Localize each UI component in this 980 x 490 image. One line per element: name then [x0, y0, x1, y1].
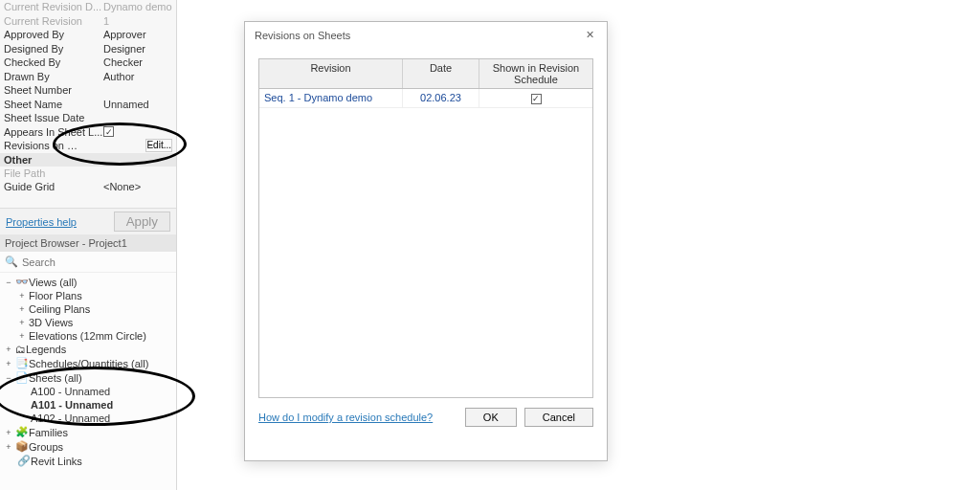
prop-key: Approved By	[4, 29, 103, 40]
other-section[interactable]: Other	[0, 153, 176, 167]
dialog-footer: How do I modify a revision schedule? OK …	[245, 398, 607, 436]
cancel-button[interactable]: Cancel	[524, 408, 593, 427]
prop-key: Drawn By	[4, 71, 103, 82]
legends-label: Legends	[26, 344, 66, 355]
property-row: Approved ByApprover	[0, 28, 176, 42]
prop-value[interactable]: Designer	[103, 43, 172, 55]
properties-help-link[interactable]: Properties help	[6, 216, 77, 228]
file-path-row: File Path	[0, 167, 176, 181]
file-path-label: File Path	[4, 167, 103, 179]
col-revision[interactable]: Revision	[259, 59, 403, 88]
elevations-node[interactable]: +Elevations (12mm Circle)	[0, 329, 176, 343]
browser-title: Project Browser - Project1	[0, 234, 176, 252]
revit-label: Revit Links	[31, 456, 82, 467]
prop-value[interactable]: Checker	[103, 56, 172, 68]
property-row: Sheet Number	[0, 83, 176, 98]
families-label: Families	[29, 427, 68, 438]
guide-grid-value[interactable]: <None>	[103, 181, 172, 192]
appears-in-sheet-row: Appears In Sheet L... ✓	[0, 125, 176, 140]
prop-value[interactable]: Dynamo demo	[103, 1, 172, 12]
project-browser: Project Browser - Project1 🔍 −👓 Views (a…	[0, 234, 177, 490]
a102-label: A102 - Unnamed	[31, 412, 110, 424]
floor-plans-node[interactable]: +Floor Plans	[0, 289, 176, 302]
dialog-titlebar: Revisions on Sheets ✕	[245, 22, 607, 49]
legends-node[interactable]: +🗂 Legends	[0, 343, 176, 356]
ceiling-plans-node[interactable]: +Ceiling Plans	[0, 302, 176, 316]
help-link[interactable]: How do I modify a revision schedule?	[258, 412, 433, 423]
prop-value[interactable]: 1	[103, 15, 172, 27]
prop-key: Checked By	[4, 56, 103, 68]
revisions-grid: Revision Date Shown in Revision Schedule…	[258, 58, 593, 398]
3d-views-node[interactable]: +3D Views	[0, 316, 176, 329]
appears-label: Appears In Sheet L...	[4, 126, 103, 138]
rev-on-sheets-label: Revisions on Shee...	[4, 140, 78, 151]
prop-key: Sheet Issue Date	[4, 112, 103, 123]
dialog-buttons: OK Cancel	[465, 408, 593, 427]
property-row: Drawn ByAuthor	[0, 70, 176, 84]
guide-grid-row: Guide Grid <None>	[0, 180, 176, 194]
revit-links-node[interactable]: 🔗 Revit Links	[0, 454, 176, 468]
dialog-title: Revisions on Sheets	[255, 30, 350, 41]
schedule-checkbox[interactable]: ✓	[531, 94, 542, 104]
props-footer: Properties help Apply	[0, 208, 176, 234]
prop-value[interactable]: Author	[103, 71, 172, 82]
grid-row[interactable]: Seq. 1 - Dynamo demo 02.06.23 ✓	[259, 89, 592, 108]
close-icon[interactable]: ✕	[582, 28, 597, 43]
a100-label: A100 - Unnamed	[31, 386, 110, 397]
floor-label: Floor Plans	[29, 290, 82, 301]
property-row: Designed ByDesigner	[0, 42, 176, 56]
sheet-a101[interactable]: A101 - Unnamed	[0, 398, 176, 412]
appears-checkbox[interactable]: ✓	[103, 126, 114, 137]
edit-button[interactable]: Edit...	[145, 139, 172, 152]
prop-key: Current Revision	[4, 15, 103, 27]
cell-revision: Seq. 1 - Dynamo demo	[259, 89, 403, 107]
groups-node[interactable]: +📦 Groups	[0, 439, 176, 454]
views-label: Views (all)	[29, 277, 78, 288]
dialog-body: Revision Date Shown in Revision Schedule…	[245, 49, 607, 398]
property-row: Current Revision1	[0, 14, 176, 29]
prop-key: Current Revision D...	[4, 1, 103, 12]
col-date[interactable]: Date	[403, 59, 479, 88]
search-icon: 🔍	[5, 256, 18, 268]
property-row: Sheet Issue Date	[0, 111, 176, 125]
prop-key: Sheet Number	[4, 84, 103, 96]
revisions-on-sheets-row: Revisions on Shee... Edit...	[0, 139, 176, 153]
apply-button[interactable]: Apply	[114, 212, 170, 232]
groups-label: Groups	[29, 441, 63, 453]
ok-button[interactable]: OK	[465, 408, 517, 427]
property-row: Current Revision D...Dynamo demo	[0, 0, 176, 14]
sheets-label: Sheets (all)	[29, 372, 82, 384]
3d-label: 3D Views	[29, 317, 73, 328]
families-node[interactable]: +🧩 Families	[0, 425, 176, 439]
a101-label: A101 - Unnamed	[31, 399, 113, 411]
schedules-node[interactable]: +📑 Schedules/Quantities (all)	[0, 356, 176, 370]
prop-value[interactable]: Unnamed	[103, 99, 172, 110]
tree: −👓 Views (all) +Floor Plans +Ceiling Pla…	[0, 273, 176, 470]
sheet-a100[interactable]: A100 - Unnamed	[0, 385, 176, 398]
ceiling-label: Ceiling Plans	[29, 303, 90, 315]
revisions-dialog: Revisions on Sheets ✕ Revision Date Show…	[244, 21, 608, 461]
property-row: Checked ByChecker	[0, 56, 176, 70]
search-row: 🔍	[0, 252, 176, 273]
elev-label: Elevations (12mm Circle)	[29, 330, 146, 342]
properties-panel: Current Revision D...Dynamo demoCurrent …	[0, 0, 177, 234]
sheets-node[interactable]: −📄 Sheets (all)	[0, 370, 176, 385]
prop-value[interactable]: Approver	[103, 29, 172, 40]
property-row: Sheet NameUnnamed	[0, 98, 176, 112]
cell-date: 02.06.23	[403, 89, 479, 107]
guide-grid-label: Guide Grid	[4, 181, 103, 192]
col-schedule[interactable]: Shown in Revision Schedule	[479, 59, 592, 88]
sheet-a102[interactable]: A102 - Unnamed	[0, 412, 176, 425]
prop-key: Designed By	[4, 43, 103, 55]
grid-header: Revision Date Shown in Revision Schedule	[259, 59, 592, 89]
prop-key: Sheet Name	[4, 99, 103, 110]
sched-label: Schedules/Quantities (all)	[29, 358, 148, 369]
views-node[interactable]: −👓 Views (all)	[0, 275, 176, 289]
search-input[interactable]	[22, 256, 171, 268]
cell-schedule: ✓	[479, 89, 592, 107]
